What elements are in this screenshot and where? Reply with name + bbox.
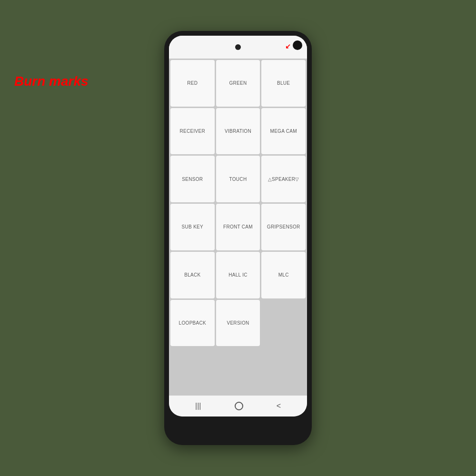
front-camera-sensor xyxy=(235,44,241,50)
screen-top-bar: ↙ xyxy=(169,36,307,59)
grid-cell-13[interactable]: HALL IC xyxy=(216,252,260,298)
grid-cell-3[interactable]: RECEIVER xyxy=(170,108,215,155)
grid-cell-6[interactable]: SENSOR xyxy=(170,156,215,202)
grid-cell-2[interactable]: BLUE xyxy=(261,60,306,107)
grid-cell-16[interactable]: VERSION xyxy=(216,300,260,347)
grid-cell-4[interactable]: VIBRATION xyxy=(216,108,260,155)
back-button[interactable]: < xyxy=(277,402,281,410)
test-grid: REDGREENBLUERECEIVERVIBRATIONMEGA CAMSEN… xyxy=(169,59,307,396)
phone-screen: ↙ REDGREENBLUERECEIVERVIBRATIONMEGA CAMS… xyxy=(169,36,307,416)
grid-cell-9[interactable]: SUB KEY xyxy=(170,204,215,250)
burn-mark-dot xyxy=(293,40,302,50)
grid-cell-14[interactable]: MLC xyxy=(261,252,306,298)
grid-cell-15[interactable]: LOOPBACK xyxy=(170,300,215,347)
grid-cell-5[interactable]: MEGA CAM xyxy=(261,108,306,155)
grid-cell-8[interactable]: △SPEAKER▽ xyxy=(261,156,306,202)
grid-cell-11[interactable]: GRIPSENSOR xyxy=(261,204,306,250)
burn-marks-label: Burn marks xyxy=(14,74,89,89)
grid-cell-7[interactable]: TOUCH xyxy=(216,156,260,202)
grid-cell-1[interactable]: GREEN xyxy=(216,60,260,107)
grid-cell-0[interactable]: RED xyxy=(170,60,215,107)
phone-device: ↙ REDGREENBLUERECEIVERVIBRATIONMEGA CAMS… xyxy=(164,31,312,445)
navigation-bar: ||| < xyxy=(169,396,307,416)
home-button[interactable] xyxy=(235,402,243,410)
grid-cell-10[interactable]: FRONT CAM xyxy=(216,204,260,250)
burn-mark-arrow: ↙ xyxy=(285,42,291,50)
grid-cell-12[interactable]: BLACK xyxy=(170,252,215,298)
grid-cell-17 xyxy=(261,300,306,347)
recent-apps-button[interactable]: ||| xyxy=(195,402,201,410)
